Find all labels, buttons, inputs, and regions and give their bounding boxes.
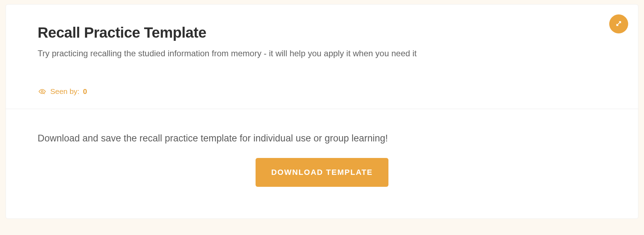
page-subtitle: Try practicing recalling the studied inf… [38,47,606,59]
svg-point-1 [41,90,43,92]
download-wrap: DOWNLOAD TEMPLATE [38,158,606,187]
eye-icon [38,87,47,96]
seen-by-row: Seen by: 0 [38,87,606,96]
content-card: Recall Practice Template Try practicing … [6,4,638,219]
seen-by-count: 0 [83,87,87,96]
seen-by-label: Seen by: [50,87,79,96]
body-description: Download and save the recall practice te… [38,133,606,144]
card-header: Recall Practice Template Try practicing … [6,5,638,109]
download-template-button[interactable]: DOWNLOAD TEMPLATE [256,158,388,187]
page-title: Recall Practice Template [38,24,606,41]
card-body: Download and save the recall practice te… [6,109,638,218]
